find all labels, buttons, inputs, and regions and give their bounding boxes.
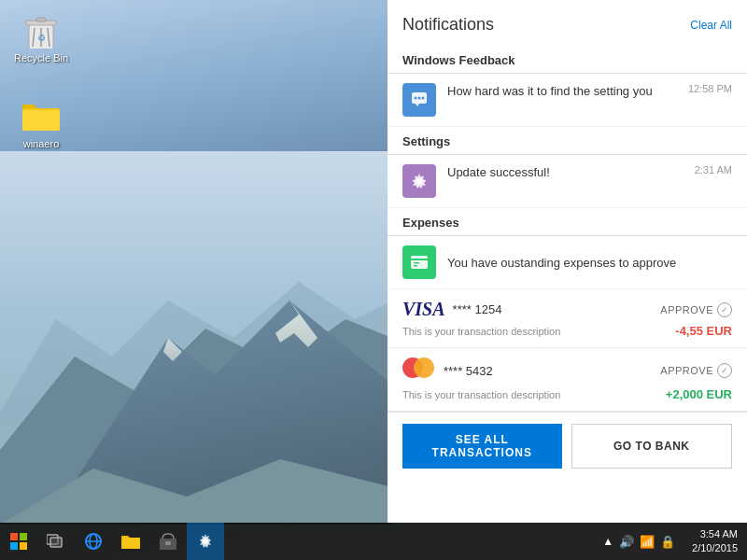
svg-rect-32 <box>50 538 62 547</box>
settings-item: Update successful! 2:31 AM <box>388 155 747 208</box>
mc-last4: **** 5432 <box>444 364 493 378</box>
notifications-panel: Notifications Clear All Windows Feedback… <box>388 0 747 523</box>
visa-last4: **** 1254 <box>453 302 502 316</box>
visa-transaction-row2: This is your transaction description -4,… <box>402 324 732 338</box>
settings-taskbar-button[interactable] <box>187 523 224 560</box>
windows-feedback-content: How hard was it to find the setting you … <box>447 83 732 100</box>
svg-point-20 <box>422 97 425 100</box>
network-tray-icon[interactable]: ▲ <box>602 535 613 548</box>
store-button[interactable] <box>149 523 187 560</box>
settings-icon <box>402 164 436 198</box>
svg-rect-16 <box>22 110 60 131</box>
svg-rect-36 <box>121 538 140 549</box>
visa-approve-circle: ✓ <box>717 302 732 317</box>
mc-approve-button[interactable]: APPROVE ✓ <box>660 363 732 378</box>
network-wifi-icon[interactable]: 📶 <box>640 535 655 549</box>
desktop: ♻ Recycle Bin winaero Notifications Clea… <box>0 0 747 560</box>
svg-point-18 <box>415 97 417 100</box>
svg-rect-27 <box>10 533 18 540</box>
expenses-notification: You have oustanding expenses to approve <box>388 236 747 289</box>
winaero-label: winaero <box>23 138 60 149</box>
mc-approve-label: APPROVE <box>660 365 713 376</box>
mc-logo <box>402 357 436 384</box>
svg-text:♻: ♻ <box>37 33 46 43</box>
visa-approve-button[interactable]: APPROVE ✓ <box>660 302 732 317</box>
visa-approve-label: APPROVE <box>660 304 713 315</box>
mc-transaction-desc: This is your transaction description <box>402 389 560 400</box>
windows-feedback-time: 12:58 PM <box>688 83 732 94</box>
svg-rect-39 <box>165 541 171 545</box>
settings-content: Update successful! 2:31 AM <box>447 164 732 181</box>
visa-brand: VISA **** 1254 <box>402 299 501 320</box>
mc-transaction-row1: **** 5432 APPROVE ✓ <box>402 357 732 384</box>
svg-marker-21 <box>416 104 419 106</box>
recycle-bin-icon[interactable]: ♻ Recycle Bin <box>4 7 78 67</box>
windows-feedback-item: How hard was it to find the setting you … <box>388 74 747 127</box>
notifications-header: Notifications Clear All <box>388 0 747 46</box>
volume-tray-icon[interactable]: 🔊 <box>619 535 634 549</box>
windows-feedback-header: Windows Feedback <box>388 46 747 74</box>
settings-text: Update successful! <box>447 164 687 181</box>
mc-transaction-amount: +2,000 EUR <box>666 387 732 401</box>
svg-rect-25 <box>414 262 419 264</box>
clock-date: 2/10/2015 <box>692 541 738 555</box>
settings-time: 2:31 AM <box>695 164 732 175</box>
mc-approve-circle: ✓ <box>717 363 732 378</box>
task-view-button[interactable] <box>37 523 75 560</box>
winaero-folder-icon[interactable]: winaero <box>4 93 78 153</box>
svg-marker-37 <box>121 536 130 538</box>
visa-transaction-desc: This is your transaction description <box>402 326 560 337</box>
visa-logo: VISA <box>402 299 445 320</box>
clear-all-button[interactable]: Clear All <box>690 19 732 32</box>
svg-rect-26 <box>414 265 417 267</box>
mc-transaction: **** 5432 APPROVE ✓ This is your transac… <box>388 348 747 412</box>
visa-transaction: VISA **** 1254 APPROVE ✓ This is your tr… <box>388 289 747 348</box>
notifications-title: Notifications <box>402 15 494 35</box>
expenses-header: Expenses <box>388 208 747 236</box>
recycle-bin-label: Recycle Bin <box>14 52 68 63</box>
svg-rect-9 <box>36 18 46 21</box>
windows-feedback-text: How hard was it to find the setting you <box>447 83 681 100</box>
go-to-bank-button[interactable]: GO TO BANK <box>571 424 733 469</box>
clock-time: 3:54 AM <box>700 527 738 541</box>
file-explorer-button[interactable] <box>112 523 149 560</box>
start-button[interactable] <box>0 523 37 560</box>
see-all-transactions-button[interactable]: SEE ALL TRANSACTIONS <box>402 424 562 469</box>
settings-header: Settings <box>388 127 747 155</box>
taskbar: ▲ 🔊 📶 🔒 3:54 AM 2/10/2015 <box>0 523 747 560</box>
mc-transaction-row2: This is your transaction description +2,… <box>402 387 732 401</box>
mc-brand: **** 5432 <box>402 357 493 384</box>
visa-transaction-amount: -4,55 EUR <box>675 324 732 338</box>
ie-button[interactable] <box>75 523 112 560</box>
svg-rect-28 <box>20 533 27 540</box>
svg-rect-29 <box>10 542 18 550</box>
recycle-bin-image: ♻ <box>22 11 60 49</box>
security-tray-icon[interactable]: 🔒 <box>660 535 675 549</box>
svg-point-19 <box>418 97 421 100</box>
expenses-text: You have oustanding expenses to approve <box>447 256 676 270</box>
winaero-image <box>22 97 60 134</box>
windows-feedback-icon <box>402 83 436 117</box>
notification-actions: SEE ALL TRANSACTIONS GO TO BANK <box>388 412 747 480</box>
expenses-icon <box>402 245 436 279</box>
svg-rect-30 <box>20 542 27 550</box>
svg-rect-23 <box>411 256 428 269</box>
taskbar-clock[interactable]: 3:54 AM 2/10/2015 <box>683 527 747 556</box>
system-tray: ▲ 🔊 📶 🔒 <box>595 535 683 549</box>
visa-transaction-row1: VISA **** 1254 APPROVE ✓ <box>402 299 732 320</box>
svg-marker-15 <box>22 105 37 108</box>
